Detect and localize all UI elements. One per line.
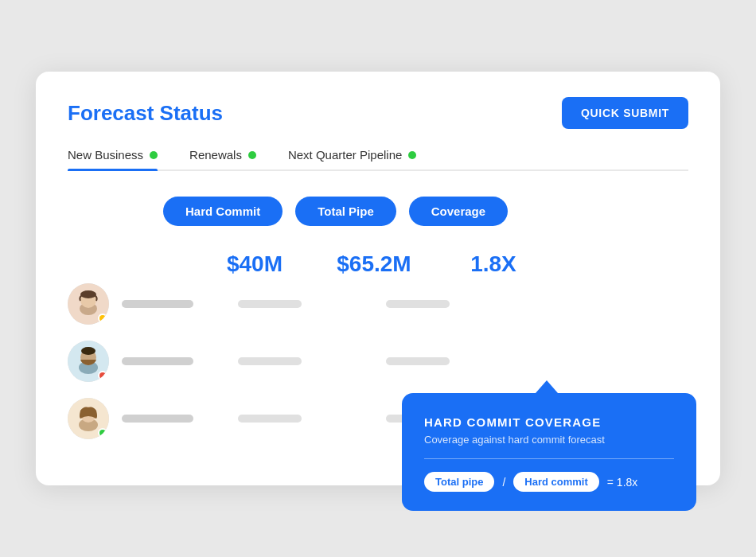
tooltip-formula: Total pipe / Hard commit = 1.8x	[424, 472, 674, 492]
tab-next-quarter-pipeline-label: Next Quarter Pipeline	[288, 148, 402, 162]
total-pipe-button[interactable]: Total Pipe	[295, 197, 396, 226]
value-placeholder-1	[238, 300, 302, 308]
value-placeholder-2	[386, 300, 450, 308]
tab-new-business-label: New Business	[68, 148, 143, 162]
tooltip-pill-hard-commit: Hard commit	[513, 472, 598, 492]
page-title: Forecast Status	[68, 101, 223, 126]
tooltip-arrow	[536, 380, 558, 393]
value-placeholder-1	[238, 357, 302, 365]
value-placeholder-2	[386, 357, 450, 365]
coverage-button[interactable]: Coverage	[409, 197, 508, 226]
tooltip-wrapper: HARD COMMIT COVERAGE Coverage against ha…	[402, 380, 696, 511]
tab-renewals-label: Renewals	[189, 148, 242, 162]
value-placeholder-1	[238, 415, 302, 423]
tab-new-business[interactable]: New Business	[68, 148, 158, 169]
status-dot	[98, 371, 107, 380]
name-placeholder	[122, 357, 193, 365]
hard-commit-button[interactable]: Hard Commit	[163, 197, 283, 226]
quick-submit-button[interactable]: QUICK SUBMIT	[562, 97, 688, 129]
tooltip-divider	[424, 458, 674, 459]
tab-renewals[interactable]: Renewals	[189, 148, 256, 169]
status-dot	[98, 314, 107, 323]
name-placeholder	[122, 300, 193, 308]
tab-new-business-dot	[150, 151, 158, 159]
metrics-buttons-row: Hard Commit Total Pipe Coverage	[163, 197, 688, 226]
svg-point-7	[81, 347, 95, 355]
table-row	[68, 283, 688, 325]
status-dot	[98, 428, 107, 438]
tab-next-quarter-pipeline-dot	[408, 151, 416, 159]
tooltip-equals: = 1.8x	[607, 476, 638, 489]
svg-point-3	[80, 290, 96, 298]
tab-next-quarter-pipeline[interactable]: Next Quarter Pipeline	[288, 148, 416, 169]
tooltip-divider-slash: /	[502, 476, 505, 489]
main-content: Hard Commit Total Pipe Coverage $40M $65…	[68, 197, 688, 439]
name-placeholder	[122, 415, 193, 423]
tooltip-subtitle: Coverage against hard commit forecast	[424, 434, 674, 446]
tab-renewals-dot	[248, 151, 256, 159]
coverage-value: 1.8X	[434, 251, 553, 277]
card-header: Forecast Status QUICK SUBMIT	[68, 97, 688, 129]
table-row	[68, 341, 688, 382]
avatar	[68, 283, 109, 325]
tooltip-box: HARD COMMIT COVERAGE Coverage against ha…	[402, 393, 696, 511]
total-pipe-value: $65.2M	[314, 251, 434, 277]
tab-bar: New Business Renewals Next Quarter Pipel…	[68, 148, 688, 171]
hard-commit-value: $40M	[195, 251, 314, 277]
tooltip-pill-total-pipe: Total pipe	[424, 472, 494, 492]
forecast-status-card: Forecast Status QUICK SUBMIT New Busines…	[36, 72, 720, 485]
avatar	[68, 341, 109, 382]
avatar	[68, 398, 109, 439]
tooltip-title: HARD COMMIT COVERAGE	[424, 415, 674, 429]
metric-values-row: $40M $65.2M 1.8X	[195, 251, 688, 277]
